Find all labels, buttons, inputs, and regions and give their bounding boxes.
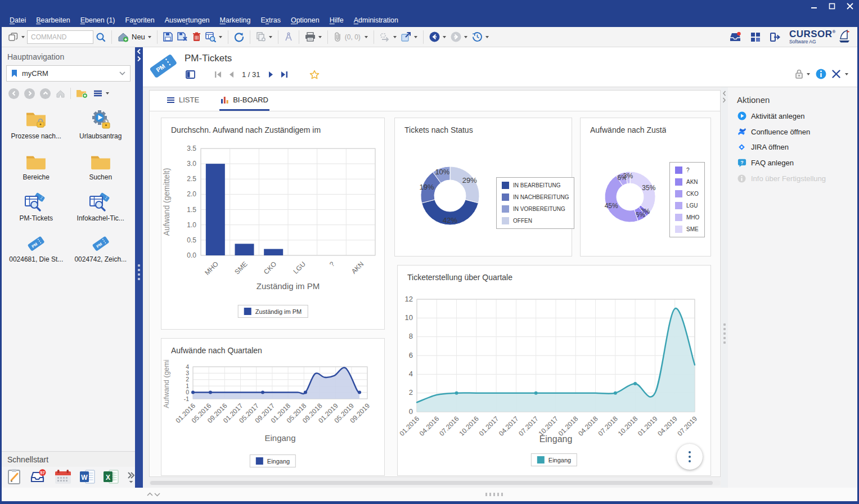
menu-ebenen-1[interactable]: Ebenen (1) [75,16,120,24]
quickstart-more-button[interactable] [127,471,135,483]
expand-right-icon[interactable] [136,56,142,62]
nav-up-button[interactable] [40,88,51,99]
actions-panel: Aktionen Aktivität anlegenConfluence öff… [728,87,857,488]
resize-grip[interactable] [485,493,503,496]
menu-marketing[interactable]: Marketing [215,16,256,24]
copy-record-button[interactable] [254,31,274,43]
menu-extras[interactable]: Extras [255,16,285,24]
quickstart-inbox-button[interactable]: 57 [30,469,47,484]
folder-icon [25,149,47,170]
sidebar-item-0024681-die-st[interactable]: PM0024681, Die St... [4,231,69,263]
quickstart-title: Schnellstart [2,451,135,467]
quickstart-word-button[interactable]: W [79,469,95,484]
svg-text:LGU: LGU [292,260,307,275]
close-window-button[interactable] [847,3,853,10]
svg-text:07.2017: 07.2017 [517,415,540,438]
nav-forward-button[interactable] [24,88,35,99]
save-button[interactable] [161,31,174,43]
menu-datei[interactable]: Datei [5,16,31,24]
view-menu-button[interactable] [93,90,109,97]
sidebar-item-pm-tickets[interactable]: PM-Tickets [4,190,69,222]
modules-grid-button[interactable] [750,32,761,42]
menu-administration[interactable]: Administration [349,16,403,24]
tab-liste[interactable]: LISTE [165,91,200,111]
menu-bearbeiten[interactable]: Bearbeiten [31,16,75,24]
maximize-button[interactable] [829,3,835,10]
close-record-button[interactable] [832,70,848,78]
collapse-left-icon[interactable] [136,48,142,55]
toggle-detail-panel-button[interactable] [186,70,195,79]
first-record-button[interactable] [214,71,222,78]
quickstart-calendar-button[interactable] [55,469,71,484]
history-button[interactable] [470,30,491,43]
logout-button[interactable] [770,32,780,42]
sidebar-item-suchen[interactable]: Suchen [69,149,133,181]
favorite-star-button[interactable] [309,70,320,79]
delete-button[interactable] [191,31,203,43]
svg-text:10.2016: 10.2016 [457,415,480,438]
menu-optionen[interactable]: Optionen [286,16,325,24]
inbox-badge: 57 [40,470,44,475]
next-record-button[interactable] [268,71,274,78]
inbox-notifications-button[interactable] [729,32,741,42]
lock-record-button[interactable] [795,69,810,79]
sidebar-item-prozesse-nach[interactable]: Prozesse nach... [4,108,69,140]
expand-panel-icon[interactable] [722,97,727,103]
legend-item-sme: SME [675,226,699,233]
sidebar-item-0024742-zeich[interactable]: PM0024742, Zeich... [69,231,133,263]
sidebar-item-bereiche[interactable]: Bereiche [4,149,69,181]
nav-back-button[interactable] [8,88,19,99]
info-button[interactable] [816,69,826,79]
new-record-button[interactable]: Neu [116,31,153,43]
scroll-up-down-buttons[interactable] [146,491,161,498]
last-record-button[interactable] [281,71,288,78]
svg-text:Eingang: Eingang [264,433,295,443]
print-button[interactable] [303,31,323,43]
minimize-button[interactable] [811,3,817,10]
refresh-button[interactable] [232,31,246,43]
horizontal-scrollbar[interactable] [149,480,721,485]
attachments-button[interactable]: (0, 0) [332,31,370,43]
attachment-count: (0, 0) [345,33,361,41]
quickstart-section: Schnellstart 57 W [2,451,135,488]
navigate-back-button[interactable] [428,30,448,43]
splitter-grip [135,264,143,280]
svg-text:19%: 19% [420,183,434,191]
command-input[interactable] [27,30,93,44]
search-records-button[interactable] [204,31,224,43]
svg-text:MHO: MHO [203,260,220,277]
confluence-icon [737,127,746,136]
tab-bi-board[interactable]: BI-BOARD [219,91,269,111]
action-confluence-ffnen[interactable]: Confluence öffnen [737,127,857,136]
sidebar-item-infokachel-tic[interactable]: Infokachel-Tic... [69,190,133,222]
sidebar-item-urlaubsantrag[interactable]: Urlaubsantrag [69,108,133,140]
actions-splitter[interactable] [721,87,728,488]
previous-record-button[interactable] [228,71,234,78]
menu-auswertungen[interactable]: Auswertungen [160,16,215,24]
quickstart-excel-button[interactable]: X [103,469,119,484]
transfer-button[interactable] [378,31,398,43]
new-folder-button[interactable] [76,88,88,98]
sidebar-splitter[interactable] [135,47,143,488]
save-close-button[interactable] [176,31,190,43]
dashboard-area: LISTE BI-BOARD Durchschn. Aufwand nach Z… [143,87,721,488]
collapse-panel-icon[interactable] [722,91,727,96]
workspace-select[interactable]: myCRM [6,65,131,82]
chart-options-fab[interactable] [677,444,703,470]
svg-text:?: ? [740,160,743,165]
menu-favoriten[interactable]: Favoriten [120,16,160,24]
legend-item-cko: CKO [675,190,699,197]
menu-hilfe[interactable]: Hilfe [325,16,349,24]
open-external-button[interactable] [399,31,419,43]
command-search-button[interactable] [94,31,107,43]
compass-tools-button[interactable] [282,31,295,43]
window-switch-button[interactable] [7,32,26,43]
quickstart-notes-button[interactable] [7,469,22,485]
navigate-forward-button[interactable] [449,30,469,43]
nav-home-button[interactable] [56,89,65,98]
action-faq-anlegen[interactable]: ?FAQ anlegen [737,158,857,168]
action-aktivit-t-anlegen[interactable]: Aktivität anlegen [737,111,857,120]
action-jira-ffnen[interactable]: JIRA öffnen [737,143,857,151]
scrollbar-thumb[interactable] [150,481,713,485]
tab-bar: LISTE BI-BOARD [150,91,720,111]
